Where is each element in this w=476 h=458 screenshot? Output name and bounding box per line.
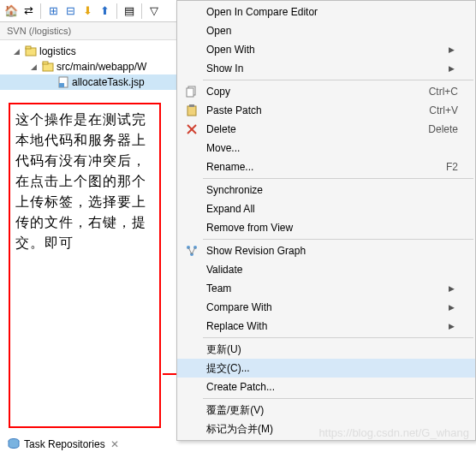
layout-icon[interactable]: ▤ — [122, 3, 137, 19]
menu-commit[interactable]: 提交(C)... — [177, 359, 475, 378]
instruction-box: 这个操作是在测试完本地代码和服务器上代码有没有冲突后，在点击上个图的那个上传标签… — [9, 103, 161, 428]
delete-icon — [181, 123, 203, 135]
svg-line-17 — [188, 247, 192, 254]
menu-validate[interactable]: Validate — [177, 260, 475, 279]
menu-create-patch[interactable]: Create Patch... — [177, 378, 475, 396]
menu-open[interactable]: Open — [177, 21, 475, 40]
menu-separator — [203, 398, 473, 399]
menu-remove-view[interactable]: Remove from View — [177, 218, 475, 237]
chevron-right-icon: ▶ — [449, 322, 458, 330]
menu-override-update[interactable]: 覆盖/更新(V) — [177, 401, 475, 419]
menu-open-compare[interactable]: Open In Compare Editor — [177, 3, 475, 21]
up-icon[interactable]: ⬆ — [97, 3, 112, 19]
menu-rename[interactable]: Rename...F2 — [177, 158, 475, 176]
twisty-icon[interactable]: ◢ — [14, 47, 24, 56]
project-icon — [24, 45, 38, 58]
menu-open-with[interactable]: Open With▶ — [177, 40, 475, 59]
svg-rect-3 — [43, 62, 48, 64]
instruction-text: 这个操作是在测试完本地代码和服务器上代码有没有冲突后，在点击上个图的那个上传标签… — [15, 110, 154, 253]
svg-rect-11 — [189, 104, 194, 107]
chevron-right-icon: ▶ — [449, 303, 458, 312]
down-icon[interactable]: ⬇ — [80, 3, 95, 19]
tree-label: src/main/webapp/W — [57, 61, 146, 73]
twisty-icon[interactable]: ◢ — [31, 62, 41, 71]
menu-separator — [203, 239, 473, 240]
menu-move[interactable]: Move... — [177, 139, 475, 158]
menu-synchronize[interactable]: Synchronize — [177, 181, 475, 199]
task-repositories-label: Task Repositories — [24, 438, 105, 450]
menu-delete[interactable]: DeleteDelete — [177, 120, 475, 139]
menu-expand-all[interactable]: Expand All — [177, 199, 475, 218]
tree-label: allocateTask.jsp — [72, 76, 145, 88]
svg-rect-5 — [59, 83, 64, 87]
menu-show-in[interactable]: Show In▶ — [177, 59, 475, 78]
context-menu: Open In Compare Editor Open Open With▶ S… — [176, 0, 476, 441]
menu-replace-with[interactable]: Replace With▶ — [177, 317, 475, 336]
chevron-right-icon: ▶ — [449, 284, 458, 293]
expand-back-icon[interactable]: ⊞ — [45, 3, 61, 19]
menu-paste-patch[interactable]: Paste PatchCtrl+V — [177, 101, 475, 120]
menu-separator — [203, 80, 473, 80]
chevron-right-icon: ▶ — [449, 45, 458, 54]
menu-team[interactable]: Team▶ — [177, 279, 475, 298]
home-icon[interactable]: 🏠 — [3, 3, 19, 19]
graph-icon — [181, 245, 203, 257]
menu-mark-merged[interactable]: 标记为合并(M) — [177, 419, 475, 438]
menu-update[interactable]: 更新(U) — [177, 340, 475, 359]
repository-icon — [7, 437, 21, 451]
paste-icon — [181, 104, 203, 116]
svg-line-18 — [192, 247, 195, 254]
folder-icon — [41, 60, 55, 74]
file-icon — [57, 75, 70, 89]
svg-rect-9 — [187, 88, 193, 97]
chevron-right-icon: ▶ — [449, 64, 458, 73]
svg-rect-1 — [26, 46, 31, 49]
menu-copy[interactable]: CopyCtrl+C — [177, 82, 475, 101]
menu-separator — [203, 337, 473, 338]
menu-show-revision[interactable]: Show Revision Graph — [177, 241, 475, 260]
menu-separator — [203, 178, 473, 179]
menu-icon[interactable]: ▽ — [146, 3, 162, 19]
link-icon[interactable]: ⇄ — [21, 3, 36, 19]
svg-rect-10 — [187, 106, 196, 116]
expand-forward-icon[interactable]: ⊟ — [62, 3, 78, 19]
separator — [116, 3, 117, 19]
menu-compare-with[interactable]: Compare With▶ — [177, 298, 475, 317]
copy-icon — [181, 86, 203, 98]
close-icon[interactable]: ✕ — [110, 438, 119, 450]
separator — [141, 3, 142, 19]
tree-label: logistics — [39, 45, 76, 57]
task-repositories-view[interactable]: Task Repositories ✕ — [3, 434, 122, 455]
separator — [40, 3, 41, 19]
